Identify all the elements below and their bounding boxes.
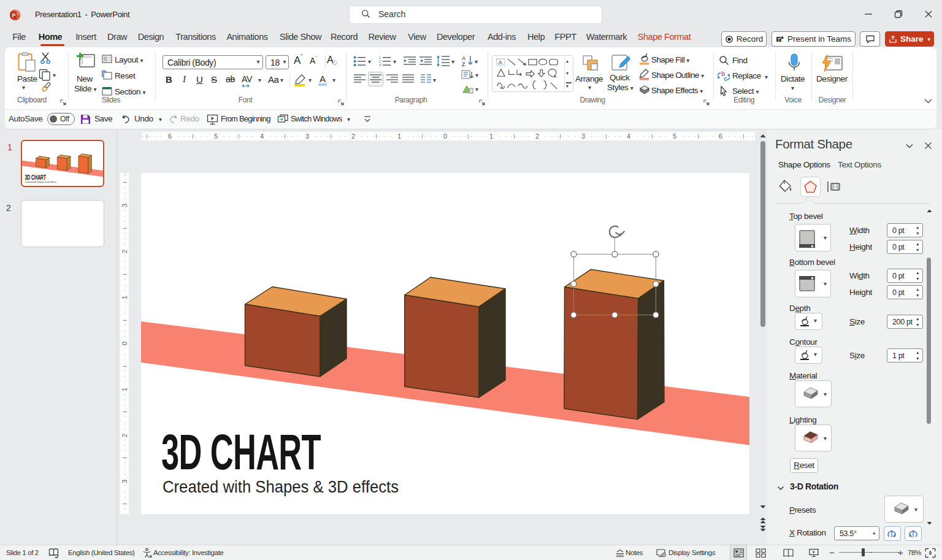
svg-text:A: A	[462, 55, 465, 61]
svg-text:3: 3	[379, 63, 381, 67]
svg-text:A: A	[499, 59, 503, 66]
svg-text:P: P	[12, 12, 16, 18]
svg-text:c: c	[724, 75, 727, 82]
svg-text:3D CHART: 3D CHART	[161, 424, 321, 480]
svg-text:T: T	[778, 37, 780, 41]
svg-text:Created with Shapes & 3D effec: Created with Shapes & 3D effects	[163, 477, 399, 496]
svg-text:Created with Shapes & 3D effec: Created with Shapes & 3D effects	[25, 181, 56, 183]
svg-text:3D CHART: 3D CHART	[25, 174, 46, 181]
svg-text:Z: Z	[462, 61, 465, 67]
